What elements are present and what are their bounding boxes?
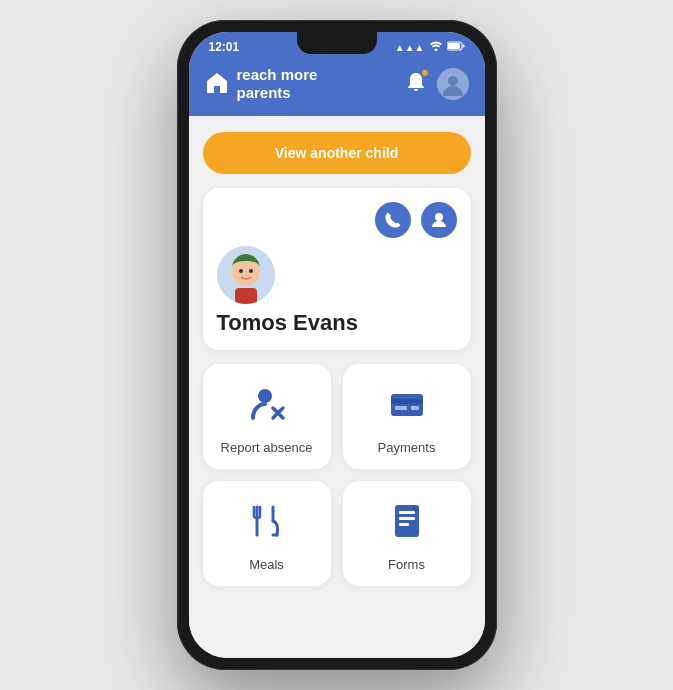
app-header: reach more parents: [189, 58, 485, 116]
child-avatar-image: [217, 246, 275, 304]
child-card: Tomos Evans: [203, 188, 471, 350]
svg-point-12: [258, 389, 272, 403]
header-right: [405, 68, 469, 100]
battery-icon: [447, 41, 465, 53]
svg-rect-11: [235, 288, 257, 304]
payments-label: Payments: [378, 440, 436, 455]
payments-icon: [387, 384, 427, 432]
phone-wrapper: 12:01 ▲▲▲: [177, 20, 497, 670]
main-content: View another child: [189, 116, 485, 658]
phone-notch: [297, 32, 377, 54]
svg-point-5: [448, 76, 458, 86]
svg-point-6: [435, 213, 443, 221]
notification-bell[interactable]: [405, 71, 427, 97]
view-another-child-button[interactable]: View another child: [203, 132, 471, 174]
child-photo: [217, 246, 275, 304]
svg-rect-15: [391, 394, 423, 416]
profile-button[interactable]: [421, 202, 457, 238]
child-card-actions: [217, 202, 457, 238]
svg-point-9: [239, 269, 243, 273]
payments-button[interactable]: Payments: [343, 364, 471, 469]
notification-dot: [421, 69, 429, 77]
svg-rect-23: [399, 517, 415, 520]
user-avatar[interactable]: [437, 68, 469, 100]
phone-screen: 12:01 ▲▲▲: [189, 32, 485, 658]
report-absence-label: Report absence: [221, 440, 313, 455]
svg-point-0: [434, 49, 437, 52]
meals-button[interactable]: Meals: [203, 481, 331, 586]
avatar-icon: [439, 70, 467, 98]
forms-label: Forms: [388, 557, 425, 572]
meals-svg-icon: [247, 501, 287, 541]
svg-rect-3: [462, 45, 464, 48]
svg-point-10: [249, 269, 253, 273]
meals-label: Meals: [249, 557, 284, 572]
home-icon[interactable]: [205, 71, 229, 98]
wifi-icon: [429, 41, 443, 53]
meals-icon: [247, 501, 287, 549]
call-button[interactable]: [375, 202, 411, 238]
forms-icon: [387, 501, 427, 549]
child-name: Tomos Evans: [217, 310, 457, 336]
absence-svg-icon: [247, 384, 287, 424]
phone-icon: [384, 211, 402, 229]
svg-rect-16: [391, 399, 423, 404]
phone-shell: 12:01 ▲▲▲: [177, 20, 497, 670]
forms-button[interactable]: Forms: [343, 481, 471, 586]
forms-svg-icon: [387, 501, 427, 541]
status-time: 12:01: [209, 40, 240, 54]
status-icons: ▲▲▲: [395, 41, 465, 53]
payments-svg-icon: [387, 384, 427, 424]
header-left: reach more parents: [205, 66, 318, 102]
signal-icon: ▲▲▲: [395, 42, 425, 53]
svg-rect-22: [399, 511, 415, 514]
person-icon: [430, 211, 448, 229]
svg-rect-17: [395, 406, 407, 410]
app-title: reach more parents: [237, 66, 318, 102]
action-grid: Report absence Payments: [203, 364, 471, 586]
svg-rect-18: [411, 406, 419, 410]
report-absence-button[interactable]: Report absence: [203, 364, 331, 469]
report-absence-icon: [247, 384, 287, 432]
svg-rect-2: [448, 43, 460, 49]
svg-rect-24: [399, 523, 409, 526]
